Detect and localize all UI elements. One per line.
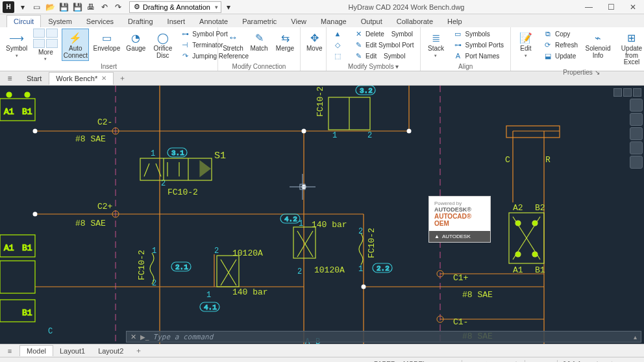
- update-button[interactable]: ⬓Update: [541, 51, 580, 61]
- workspace-switch-icon[interactable]: ⚙ ▾: [605, 359, 624, 363]
- otrack-icon[interactable]: ∠: [508, 359, 522, 363]
- merge-button[interactable]: ⇆Merge: [274, 29, 296, 54]
- nav-bar: [630, 99, 643, 169]
- ms-icon-3[interactable]: ⬚: [330, 51, 345, 61]
- qat-menu-icon[interactable]: ▾: [16, 1, 29, 13]
- anno-scale[interactable]: ⛶ 1:1 ▾: [560, 359, 589, 363]
- match-button[interactable]: ✎Match: [248, 29, 270, 54]
- tab-drafting[interactable]: Drafting: [121, 15, 160, 27]
- minimize-button[interactable]: —: [578, 0, 600, 14]
- nav-orbit-icon[interactable]: [630, 141, 643, 154]
- snap-toggle-icon[interactable]: ⊞: [446, 359, 459, 363]
- customize-icon[interactable]: ☰: [625, 359, 639, 363]
- envelope-button[interactable]: ▭Envelope: [93, 29, 120, 54]
- layout-2[interactable]: Layout2: [92, 346, 130, 356]
- status-paper[interactable]: PAPER: [371, 359, 399, 363]
- grid-toggle-icon[interactable]: ▦: [431, 359, 445, 363]
- update-from-excel-button[interactable]: ⊞Update from Excel: [615, 29, 644, 68]
- vp-close-icon[interactable]: [633, 88, 641, 97]
- layout-1[interactable]: Layout1: [53, 346, 92, 356]
- tab-collaborate[interactable]: Collaborate: [390, 15, 440, 27]
- nav-cube-icon[interactable]: [630, 99, 643, 112]
- copy-button[interactable]: ⧉Copy: [541, 29, 580, 39]
- maximize-button[interactable]: ☐: [600, 0, 622, 14]
- new-icon[interactable]: ▭: [30, 1, 43, 13]
- tab-view[interactable]: View: [284, 15, 314, 27]
- add-doc-tab-button[interactable]: ＋: [114, 71, 131, 85]
- svg-text:FC10-2: FC10-2: [367, 228, 377, 258]
- refresh-button[interactable]: ⟳Refresh: [541, 40, 580, 50]
- tab-circuit[interactable]: Circuit: [6, 15, 41, 27]
- doc-tab-workbench[interactable]: Work Bench*✕: [49, 72, 114, 85]
- svg-text:1: 1: [151, 149, 155, 158]
- layout-model[interactable]: Model: [19, 345, 53, 356]
- open-icon[interactable]: 📂: [43, 1, 56, 13]
- anno-vis-icon[interactable]: ✱: [591, 359, 604, 363]
- transparency-icon[interactable]: ▨: [541, 359, 554, 363]
- nav-zoom-icon[interactable]: [630, 127, 643, 140]
- ms-icon-2[interactable]: ◇: [330, 40, 345, 50]
- gauge-button[interactable]: ◔Gauge: [124, 29, 147, 54]
- layout-menu-icon[interactable]: ≡: [4, 347, 16, 355]
- polar-icon[interactable]: ✧: [480, 359, 493, 363]
- tab-parametric[interactable]: Parametric: [235, 15, 284, 27]
- solenoid-info-button[interactable]: ⌁Solenoid Info: [584, 29, 612, 61]
- command-input[interactable]: [153, 333, 630, 341]
- cmd-close-icon[interactable]: ✕: [130, 333, 136, 341]
- app-logo[interactable]: H: [3, 1, 14, 13]
- panel-properties-title: Properties ↘: [515, 68, 644, 77]
- panel-align: ≣Stack▾ ▭Symbols ⊶Symbol Ports APort Nam…: [421, 27, 510, 71]
- saveall-icon[interactable]: 💾: [71, 1, 84, 13]
- nav-wheel-icon[interactable]: [630, 156, 643, 169]
- svg-text:140 bar: 140 bar: [232, 287, 268, 297]
- align-symbols-button[interactable]: ▭Symbols: [451, 29, 506, 39]
- symbol-button[interactable]: ⟶Symbol▾: [4, 29, 29, 60]
- print-icon[interactable]: 🖶: [84, 1, 97, 13]
- edit-symbol-port-button[interactable]: ✎Edit Symbol Port: [351, 40, 416, 50]
- nav-pan-icon[interactable]: [630, 113, 643, 126]
- svg-text:C: C: [505, 155, 510, 165]
- edit-button[interactable]: 📝Edit▾: [515, 29, 537, 60]
- tab-system[interactable]: System: [41, 15, 79, 27]
- tab-annotate[interactable]: Annotate: [192, 15, 235, 27]
- drawing-canvas[interactable]: A1 B1 A1 B1 B1: [0, 86, 644, 344]
- lineweight-icon[interactable]: ≡: [528, 359, 539, 363]
- tab-output[interactable]: Output: [354, 15, 390, 27]
- doc-tab-start[interactable]: Start: [19, 72, 49, 85]
- workspace-dropdown[interactable]: ⚙Drafting & Annotation: [129, 1, 221, 13]
- delete-symbol-button[interactable]: ✕Delete Symbol: [351, 29, 416, 39]
- svg-text:1: 1: [332, 131, 337, 140]
- close-button[interactable]: ✕: [622, 0, 644, 14]
- tab-insert[interactable]: Insert: [160, 15, 193, 27]
- merge-icon: ⇆: [278, 30, 292, 45]
- auto-connect-button[interactable]: ⚡Auto Connect: [62, 29, 89, 61]
- save-icon[interactable]: 💾: [57, 1, 70, 13]
- vp-min-icon[interactable]: [613, 88, 622, 97]
- orifice-disc-button[interactable]: ◯Orifice Disc: [151, 29, 174, 61]
- redo-icon[interactable]: ↷: [112, 1, 125, 13]
- layout-tabs: ≡ Model Layout1 Layout2 ＋: [0, 344, 644, 357]
- edit-symbol-button[interactable]: ✎Edit Symbol: [351, 51, 416, 61]
- insert-mini-gallery[interactable]: [33, 29, 58, 48]
- cmd-history-icon[interactable]: ▴: [634, 333, 637, 341]
- align-port-names-button[interactable]: APort Names: [451, 51, 506, 61]
- stretch-button[interactable]: ↔Stretch: [222, 29, 244, 54]
- workspace-menu-icon[interactable]: ▾: [222, 1, 235, 13]
- osnap-icon[interactable]: ◇: [494, 359, 507, 363]
- add-layout-button[interactable]: ＋: [130, 344, 147, 357]
- close-tab-icon[interactable]: ✕: [101, 75, 106, 82]
- tab-services[interactable]: Services: [79, 15, 121, 27]
- status-model[interactable]: MODEL: [400, 359, 430, 363]
- tab-manage[interactable]: Manage: [314, 15, 354, 27]
- doc-menu-icon[interactable]: ≡: [4, 74, 16, 83]
- undo-icon[interactable]: ↶: [98, 1, 111, 13]
- ms-icon-1[interactable]: ▲: [330, 29, 345, 39]
- move-button[interactable]: ✥Move: [304, 29, 324, 54]
- stack-button[interactable]: ≣Stack▾: [425, 29, 447, 60]
- ortho-icon[interactable]: ∟: [465, 359, 479, 363]
- svg-text:2.2: 2.2: [377, 265, 390, 272]
- tab-help[interactable]: Help: [440, 15, 469, 27]
- command-line[interactable]: ✕ ▶_ ▴: [126, 331, 641, 343]
- vp-max-icon[interactable]: [623, 88, 632, 97]
- align-symbol-ports-button[interactable]: ⊶Symbol Ports: [451, 40, 506, 50]
